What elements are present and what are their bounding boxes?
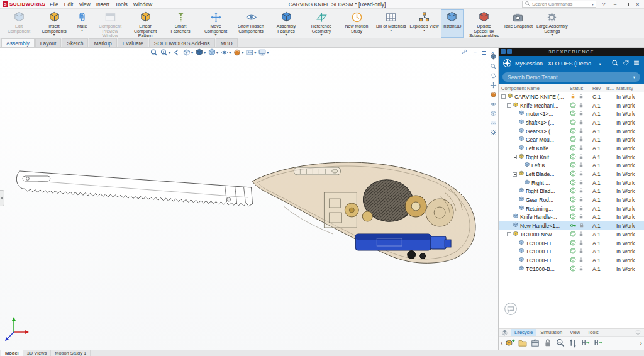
reference-geometry-button[interactable]: Reference Geometry▾ bbox=[304, 9, 339, 38]
tag-icon[interactable] bbox=[622, 59, 630, 68]
expander-minus-icon[interactable] bbox=[513, 155, 517, 159]
zoom-fit-icon[interactable] bbox=[149, 48, 158, 57]
chevron-down-icon[interactable]: ▾ bbox=[169, 50, 170, 55]
tree-row-shaft-1[interactable]: shaft<1> (...A.1In Work bbox=[499, 118, 644, 127]
chevron-down-icon[interactable]: ▾ bbox=[390, 29, 392, 31]
open-component-icon[interactable] bbox=[518, 338, 528, 349]
chevron-down-icon[interactable]: ▾ bbox=[216, 50, 218, 55]
chevron-down-icon[interactable]: ▾ bbox=[229, 50, 231, 55]
tree-row-gear-mou[interactable]: Gear Mou...A.1In Work bbox=[499, 135, 644, 144]
panel-tab-view[interactable]: View bbox=[566, 329, 584, 337]
instant3d-button[interactable]: Instant3D bbox=[441, 9, 464, 38]
panel-search-icon[interactable] bbox=[611, 59, 619, 68]
column-header-component-name[interactable]: Component Name bbox=[501, 86, 570, 91]
save-to-3dexperience-icon[interactable] bbox=[530, 338, 540, 349]
tree-row-left-k[interactable]: Left K...A.1In Work bbox=[499, 162, 644, 170]
chevron-down-icon[interactable]: ▾ bbox=[81, 29, 83, 31]
tree-row-gear-rod[interactable]: Gear Rod...A.1In Work bbox=[499, 196, 644, 204]
visibility-strip-icon[interactable] bbox=[490, 101, 497, 109]
insert-from-3dexperience-icon[interactable] bbox=[505, 338, 515, 349]
update-speedpak-subassemblies-button[interactable]: Update SpeedPak Subassemblies bbox=[467, 9, 502, 38]
update-revision-icon[interactable] bbox=[568, 338, 578, 349]
expander-minus-icon[interactable] bbox=[501, 94, 506, 99]
section-view-icon[interactable]: ▾ bbox=[182, 48, 194, 57]
linear-component-pattern-button[interactable]: Linear Component Pattern▾ bbox=[128, 9, 163, 38]
expander-minus-icon[interactable] bbox=[507, 232, 511, 236]
column-header-maturity[interactable]: Maturity bbox=[616, 86, 644, 91]
take-snapshot-button[interactable]: Take Snapshot bbox=[502, 9, 535, 38]
scene-strip-icon[interactable] bbox=[490, 120, 497, 128]
apply-scene-icon[interactable]: ▾ bbox=[245, 48, 257, 57]
column-header-rev[interactable]: Rev bbox=[592, 86, 606, 91]
chevron-down-icon[interactable]: ▾ bbox=[320, 33, 322, 36]
tree-row-knife-mechani[interactable]: Knife Mechani...A.1In Work bbox=[499, 101, 644, 110]
edit-appearance-icon[interactable]: ▾ bbox=[232, 48, 244, 57]
tree-row-left-knife[interactable]: Left Knife ...A.1In Work bbox=[499, 144, 644, 153]
panel-tab-tools[interactable]: Tools bbox=[584, 329, 602, 337]
scroll-right-icon[interactable]: › bbox=[640, 340, 642, 347]
bottom-tab-model[interactable]: Model bbox=[1, 350, 23, 356]
rotate-strip-icon[interactable] bbox=[490, 72, 497, 81]
menu-window[interactable]: Window bbox=[133, 1, 152, 8]
compass-icon[interactable] bbox=[502, 58, 512, 69]
chevron-down-icon[interactable]: ▾ bbox=[242, 50, 243, 55]
tab-evaluate[interactable]: Evaluate bbox=[118, 38, 148, 47]
chevron-down-icon[interactable]: ▾ bbox=[285, 33, 287, 36]
tree-row-motor-1[interactable]: motor<1>...A.1In Work bbox=[499, 109, 644, 118]
insert-components-button[interactable]: Insert Components▾ bbox=[36, 9, 72, 38]
menu-view[interactable]: View bbox=[79, 1, 90, 8]
panel-tab-lifecycle[interactable]: Lifecycle bbox=[511, 329, 536, 337]
mate-button[interactable]: Mate▾ bbox=[72, 9, 92, 38]
zoom-strip-icon[interactable] bbox=[490, 63, 497, 71]
bottom-tab-motion-study-1[interactable]: Motion Study 1 bbox=[51, 350, 91, 356]
tree-row-carving-knife[interactable]: CARVING KNIFE (...C.1In Work bbox=[499, 92, 644, 101]
tree-row-new-handle-1[interactable]: New Handle<1...A.1In Work bbox=[499, 221, 644, 230]
exploded-view-button[interactable]: Exploded View▾ bbox=[408, 9, 440, 38]
chevron-down-icon[interactable]: ▾ bbox=[214, 33, 216, 36]
close-icon[interactable]: × bbox=[634, 1, 641, 8]
bill-of-materials-button[interactable]: Bill of Materials▾ bbox=[374, 9, 408, 38]
pin-icon[interactable] bbox=[461, 48, 468, 57]
tab-mbd[interactable]: MBD bbox=[216, 38, 238, 47]
tree-row-left-blade[interactable]: Left Blade...A.1In Work bbox=[499, 170, 644, 179]
menu-tools[interactable]: Tools bbox=[115, 1, 128, 8]
session-title[interactable]: MySession - XFO UES (Demo ... ▾ bbox=[515, 60, 608, 67]
messages-icon[interactable] bbox=[504, 302, 518, 317]
tree-row-knife-handle[interactable]: Knife Handle-...A.1In Work bbox=[499, 213, 644, 222]
view-orientation-icon[interactable]: ▾ bbox=[194, 48, 206, 57]
column-header-status[interactable]: Status bbox=[570, 86, 592, 91]
restore-icon[interactable] bbox=[623, 1, 630, 8]
assembly-features-button[interactable]: Assembly Features▾ bbox=[269, 9, 304, 38]
viewport-minimize-icon[interactable]: − bbox=[473, 50, 476, 56]
tenant-search-input[interactable]: Search Demo Tenant ▾ bbox=[502, 72, 640, 82]
hamburger-menu-icon[interactable] bbox=[633, 59, 640, 68]
menu-edit[interactable]: Edit bbox=[64, 1, 74, 8]
tree-row-right-knif[interactable]: Right Knif...A.1In Work bbox=[499, 153, 644, 162]
tab-markup[interactable]: Markup bbox=[89, 38, 116, 47]
tab-layout[interactable]: Layout bbox=[35, 38, 62, 47]
expander-minus-icon[interactable] bbox=[507, 103, 511, 108]
view-settings-icon[interactable]: ▾ bbox=[257, 48, 269, 57]
tree-row-tc1000-li[interactable]: TC1000-LI...A.1In Work bbox=[499, 256, 644, 265]
layers-icon[interactable] bbox=[501, 329, 508, 336]
expander-minus-icon[interactable] bbox=[513, 172, 517, 177]
smart-fasteners-button[interactable]: Smart Fasteners bbox=[163, 9, 198, 38]
tree-row-tc1000-b[interactable]: TC1000-B...A.1In Work bbox=[499, 265, 644, 274]
settings-strip-icon[interactable] bbox=[490, 129, 497, 137]
viewport-restore-icon[interactable] bbox=[482, 50, 486, 56]
carving-knife-model[interactable] bbox=[0, 48, 498, 350]
tab-sketch[interactable]: Sketch bbox=[62, 38, 88, 47]
chevron-down-icon[interactable]: ▾ bbox=[551, 33, 553, 36]
hide-show-items-icon[interactable]: ▾ bbox=[219, 48, 231, 57]
command-search-input[interactable]: Search Commands ▾ bbox=[522, 1, 596, 8]
chevron-down-icon[interactable]: ▾ bbox=[423, 29, 425, 31]
chevron-down-icon[interactable]: ▾ bbox=[267, 50, 269, 55]
graphics-area[interactable]: ▾▾▾▾▾▾▾▾ − × bbox=[0, 48, 499, 350]
new-motion-study-button[interactable]: New Motion Study bbox=[339, 9, 374, 38]
minimize-icon[interactable]: − bbox=[611, 1, 619, 8]
section-strip-icon[interactable] bbox=[490, 110, 497, 118]
tree-row-gear-1[interactable]: Gear<1> (...A.1In Work bbox=[499, 127, 644, 136]
explore-icon[interactable] bbox=[555, 338, 565, 349]
show-hidden-components-button[interactable]: Show Hidden Components bbox=[233, 9, 269, 38]
zoom-area-icon[interactable]: ▾ bbox=[159, 48, 171, 57]
